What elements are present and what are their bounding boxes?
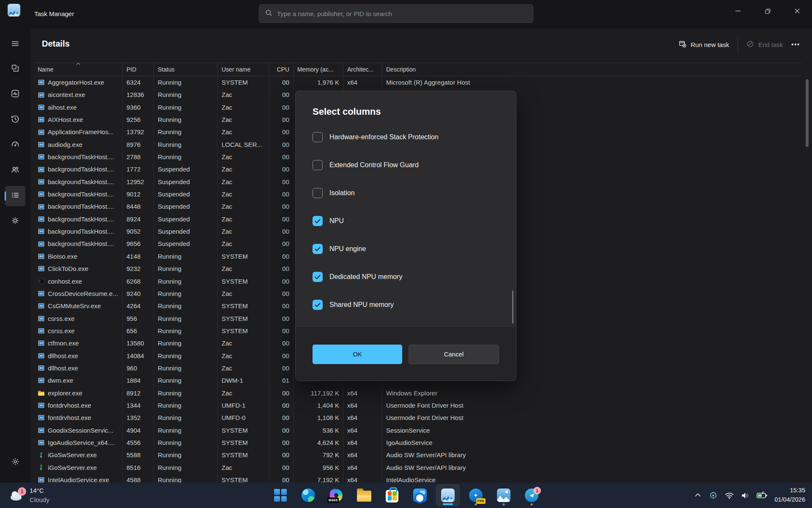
app-process-icon (38, 91, 44, 98)
cell-mem: 4,624 K (294, 436, 343, 449)
column-header-cpu[interactable]: CPU (269, 63, 294, 76)
table-row[interactable]: explorer.exe8912RunningZac00117,192 Kx64… (34, 387, 801, 399)
cell-name: fontdrvhost.exe (34, 399, 123, 411)
checkbox-isolation[interactable] (313, 188, 323, 198)
sidebar-item-app-history[interactable] (5, 110, 25, 130)
taskbar-app-m365-copilot[interactable]: M365 (324, 484, 348, 506)
table-row[interactable]: IntelAudioService.exe4588RunningSYSTEM00… (34, 474, 801, 483)
taskbar-app-telegram[interactable]: 1 (520, 484, 543, 506)
option-label: NPU (329, 217, 344, 225)
sidebar-item-details[interactable] (5, 186, 25, 206)
cell-mem: 117,192 K (294, 387, 343, 399)
checkbox-hardware-enforced-stack-protection[interactable] (313, 132, 323, 142)
sidebar-item-processes[interactable] (5, 59, 25, 79)
taskbar-app-outlook[interactable] (408, 484, 432, 506)
checkbox-shared-npu-memory[interactable] (313, 300, 323, 310)
sidebar-item-settings[interactable] (5, 452, 25, 472)
taskbar: 1 14°C Cloudy M365 (0, 483, 812, 508)
app-process-icon (38, 253, 44, 260)
weather-widget[interactable]: 1 14°C Cloudy (6, 483, 53, 508)
taskbar-app-microsoft-store[interactable] (380, 484, 404, 506)
sidebar-item-users[interactable] (5, 160, 25, 181)
sidebar-item-startup-apps[interactable] (5, 135, 25, 155)
table-row[interactable]: fontdrvhost.exe1344RunningUMFD-1001,404 … (34, 399, 801, 411)
sidebar-item-services[interactable] (5, 211, 25, 232)
app-process-icon (38, 228, 44, 235)
cell-pid: 8976 (123, 138, 154, 151)
cell-name: explorer.exe (34, 387, 123, 399)
hidden-icons-chevron[interactable] (693, 491, 702, 500)
table-row[interactable]: GoodixSessionServic...4904RunningSYSTEM0… (34, 424, 801, 436)
telegram-icon: 1 (525, 489, 538, 502)
cell-name: audiodg.exe (34, 138, 123, 151)
end-task-button-disabled[interactable]: End task (746, 40, 783, 49)
cell-mem: 1,108 K (294, 411, 343, 424)
cell-arch: x64 (343, 461, 382, 474)
cell-pid: 9256 (123, 113, 154, 126)
outlook-icon (413, 489, 427, 502)
taskbar-app-file-explorer[interactable] (352, 484, 376, 506)
checkbox-npu[interactable] (313, 216, 323, 226)
table-row[interactable]: AggregatorHost.exe6324RunningSYSTEM001,9… (34, 76, 801, 88)
column-header-architec[interactable]: Architec... (343, 63, 382, 76)
app-process-icon (38, 315, 44, 322)
cell-cpu: 00 (269, 225, 294, 237)
cell-cpu: 00 (269, 325, 294, 337)
cell-name: fontdrvhost.exe (34, 411, 123, 424)
app-process-icon (38, 166, 44, 173)
checkbox-extended-control-flow-guard[interactable] (313, 160, 323, 170)
cell-cpu: 00 (269, 362, 294, 374)
table-row[interactable]: IgoAudioService_x64....4556RunningSYSTEM… (34, 436, 801, 449)
ok-button[interactable]: OK (313, 345, 402, 364)
cancel-button[interactable]: Cancel (409, 345, 499, 364)
column-header-user-name[interactable]: User name (218, 63, 269, 76)
taskbar-app-photos[interactable] (492, 484, 516, 506)
taskbar-app-task-manager-active[interactable] (436, 484, 460, 506)
navigation-menu-button[interactable] (5, 34, 25, 55)
cell-status: Running (154, 262, 218, 275)
close-button[interactable] (782, 0, 812, 22)
toolbar-divider (738, 37, 738, 52)
end-task-icon (746, 40, 754, 49)
cell-status: Suspended (154, 213, 218, 225)
cell-status: Running (154, 350, 218, 362)
minimize-button[interactable] (723, 0, 753, 22)
table-scrollbar-thumb[interactable] (806, 79, 809, 147)
column-header-memory-ac[interactable]: Memory (ac... (294, 63, 343, 76)
search-input[interactable] (277, 10, 527, 17)
column-header-name[interactable]: Name (34, 63, 123, 76)
start-button[interactable] (269, 484, 292, 506)
search-box[interactable] (259, 4, 533, 23)
settings-gear-icon (11, 457, 20, 468)
telegram-notification-badge: 1 (533, 487, 541, 494)
cell-cpu: 00 (269, 126, 294, 138)
column-header-description[interactable]: Description (382, 63, 801, 76)
wifi-icon[interactable] (724, 490, 735, 501)
cell-name: CrossDeviceResume.e... (34, 287, 123, 300)
taskbar-app-preview[interactable]: PRE (464, 484, 488, 506)
clock[interactable]: 15:35 01/04/2026 (774, 486, 805, 505)
cell-status: Running (154, 461, 218, 474)
taskbar-app-edge[interactable] (296, 484, 320, 506)
table-row[interactable]: fontdrvhost.exe1352RunningUMFD-0001,108 … (34, 411, 801, 424)
dialog-scrollbar-thumb[interactable] (512, 290, 513, 323)
copilot-tray-icon[interactable] (708, 490, 719, 501)
cell-status: Running (154, 300, 218, 312)
volume-icon[interactable] (740, 490, 751, 501)
checkbox-dedicated-npu-memory[interactable] (313, 272, 323, 282)
cell-name: AggregatorHost.exe (34, 76, 123, 88)
battery-charging-icon[interactable] (756, 490, 769, 501)
run-new-task-button[interactable]: Run new task (679, 40, 729, 49)
column-header-pid[interactable]: PID (123, 63, 154, 76)
app-process-icon (38, 439, 44, 446)
sidebar-item-performance[interactable] (5, 84, 25, 105)
cell-user: Zac (218, 337, 269, 349)
option-label: NPU engine (329, 245, 366, 253)
cell-cpu: 00 (269, 250, 294, 262)
table-row[interactable]: iGoSwServer.exe8516RunningZac00956 Kx64A… (34, 461, 801, 474)
more-options-button[interactable]: ••• (791, 41, 800, 48)
column-header-status[interactable]: Status (154, 63, 218, 76)
restore-button[interactable] (753, 0, 782, 22)
checkbox-npu-engine[interactable] (313, 244, 323, 254)
table-row[interactable]: iGoSwServer.exe5588RunningSYSTEM00792 Kx… (34, 449, 801, 461)
